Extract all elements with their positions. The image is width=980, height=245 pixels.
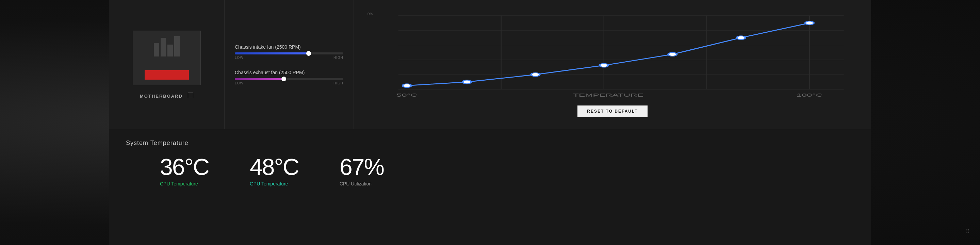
chart-svg: 50°C TEMPERATURE 100°C — [364, 12, 861, 100]
fan-2-slider-labels: LOW HIGH — [235, 81, 343, 85]
motherboard-label: MOTHERBOARD — [140, 94, 183, 99]
svg-text:TEMPERATURE: TEMPERATURE — [573, 93, 643, 98]
svg-point-10 — [402, 84, 411, 88]
temp-metrics: 36°C CPU Temperature 48°C GPU Temperatur… — [126, 155, 854, 186]
fan-2-fill — [235, 78, 284, 80]
cpu-temperature-label: CPU Temperature — [160, 181, 198, 186]
reset-to-default-button[interactable]: RESET TO DEFAULT — [578, 105, 648, 117]
mb-bars — [154, 36, 180, 56]
system-temperature-title: System Temperature — [126, 140, 854, 147]
chart-panel: 0% — [354, 0, 871, 129]
fan-1-label: Chassis intake fan (2500 RPM) — [235, 44, 343, 50]
cpu-temperature-value: 36°C — [160, 155, 209, 178]
cpu-utilization-label: CPU Utilization — [340, 181, 372, 186]
svg-point-16 — [805, 21, 814, 25]
gpu-temperature-metric: 48°C GPU Temperature — [250, 155, 299, 186]
fan-1-slider-container: LOW HIGH — [235, 52, 343, 60]
fan-1-fill — [235, 52, 309, 54]
cpu-utilization-value: 67% — [340, 155, 384, 178]
motherboard-panel: MOTHERBOARD — [109, 0, 224, 129]
svg-point-12 — [531, 73, 540, 76]
fan-1-slider-track[interactable] — [235, 52, 343, 54]
fan-control-1: Chassis intake fan (2500 RPM) LOW HIGH — [235, 44, 343, 60]
mb-bar-1 — [154, 43, 159, 56]
svg-point-15 — [737, 36, 745, 40]
fan-controls-panel: Chassis intake fan (2500 RPM) LOW HIGH C… — [224, 0, 354, 129]
bottom-section: System Temperature 36°C CPU Temperature … — [109, 129, 871, 245]
gpu-temperature-value: 48°C — [250, 155, 299, 178]
fan-1-high-label: HIGH — [334, 56, 343, 60]
fan-2-thumb[interactable] — [282, 76, 286, 81]
motherboard-red-highlight — [145, 70, 189, 80]
cpu-temperature-metric: 36°C CPU Temperature — [160, 155, 209, 186]
mb-bar-2 — [161, 38, 166, 56]
mb-bar-3 — [167, 45, 173, 56]
motherboard-visual — [133, 30, 201, 85]
fan-2-slider-track[interactable] — [235, 78, 343, 80]
fan-control-2: Chassis exhaust fan (2500 RPM) LOW HIGH — [235, 70, 343, 85]
svg-text:100°C: 100°C — [796, 93, 822, 98]
mb-bar-4 — [174, 36, 180, 56]
fan-1-slider-labels: LOW HIGH — [235, 56, 343, 60]
fan-1-thumb[interactable] — [306, 51, 311, 56]
svg-point-11 — [463, 80, 471, 84]
fan-chart: 0% — [364, 12, 861, 100]
svg-point-13 — [600, 64, 608, 67]
motherboard-checkbox[interactable] — [188, 92, 193, 98]
svg-text:50°C: 50°C — [396, 93, 417, 98]
fan-2-slider-container: LOW HIGH — [235, 78, 343, 85]
cpu-utilization-metric: 67% CPU Utilization — [340, 155, 384, 186]
main-content: MOTHERBOARD Chassis intake fan (2500 RPM… — [109, 0, 871, 245]
fan-2-high-label: HIGH — [334, 81, 343, 85]
gpu-temperature-label: GPU Temperature — [250, 181, 288, 186]
svg-point-14 — [668, 52, 677, 56]
corner-resize-indicator: ⠿ — [966, 228, 970, 235]
fan-2-label: Chassis exhaust fan (2500 RPM) — [235, 70, 343, 75]
chart-y-label: 0% — [368, 12, 373, 16]
top-section: MOTHERBOARD Chassis intake fan (2500 RPM… — [109, 0, 871, 129]
fan-2-low-label: LOW — [235, 81, 243, 85]
fan-1-low-label: LOW — [235, 56, 243, 60]
